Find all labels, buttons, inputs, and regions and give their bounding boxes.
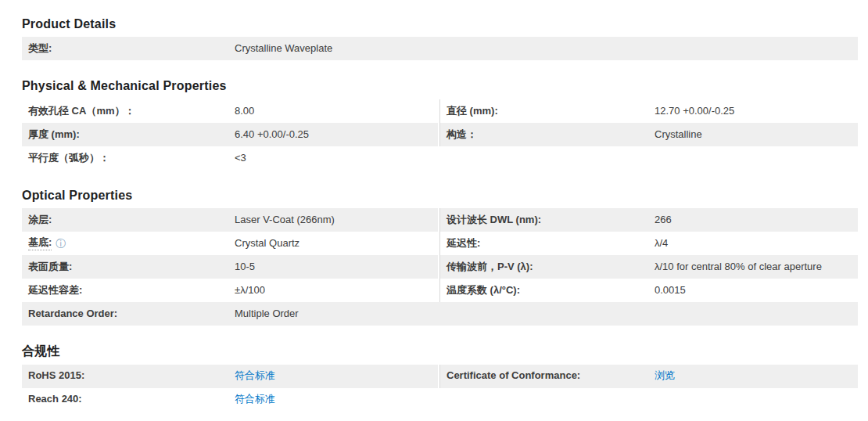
spec-value-empty [655,37,858,60]
spec-value-rohs: 符合标准 [235,365,439,388]
spec-label-empty [439,37,655,60]
spec-row: 平行度（弧秒）： <3 [22,146,858,170]
spec-value-empty [655,302,858,326]
spec-label-substrate: 基底: ⓘ [22,232,235,255]
spec-row: 有效孔径 CA（mm）： 8.00 直径 (mm): 12.70 +0.00/-… [22,99,858,123]
spec-label-retardance-tolerance: 延迟性容差: [22,279,235,302]
spec-value-parallelism: <3 [235,146,439,170]
spec-label-coating: 涂层: [22,208,235,232]
reach-compliant-link[interactable]: 符合标准 [235,393,275,405]
spec-row: Reach 240: 符合标准 [22,388,858,412]
spec-label-diameter: 直径 (mm): [439,99,655,123]
spec-label-empty [439,146,655,170]
spec-label-surface-quality: 表面质量: [22,255,235,279]
physical-mechanical-table: 有效孔径 CA（mm）： 8.00 直径 (mm): 12.70 +0.00/-… [22,99,858,170]
spec-label-retardance: 延迟性: [439,232,655,255]
spec-row: 厚度 (mm): 6.40 +0.00/-0.25 构造： Crystallin… [22,123,858,146]
spec-row: RoHS 2015: 符合标准 Certificate of Conforman… [22,365,858,388]
spec-label-temperature-coefficient: 温度系数 (λ/°C): [439,279,655,302]
spec-label-reach: Reach 240: [22,388,235,412]
spec-value-coating: Laser V-Coat (266nm) [235,208,439,232]
section-title-product-details: Product Details [22,17,858,31]
spec-row: 涂层: Laser V-Coat (266nm) 设计波长 DWL (nm): … [22,208,858,232]
spec-value-certificate-of-conformance: 浏览 [655,365,858,388]
spec-label-transmitted-wavefront: 传输波前，P-V (λ): [439,255,655,279]
spec-value-clear-aperture: 8.00 [235,99,439,123]
section-title-compliance: 合规性 [22,344,858,358]
spec-label-rohs: RoHS 2015: [22,365,235,388]
spec-value-transmitted-wavefront: λ/10 for central 80% of clear aperture [655,255,858,279]
spec-value-type: Crystalline Waveplate [235,37,439,60]
spec-value-thickness: 6.40 +0.00/-0.25 [235,123,439,146]
certificate-view-link[interactable]: 浏览 [655,369,675,382]
spec-label-construction: 构造： [439,123,655,146]
spec-value-empty [655,146,858,170]
spec-row: 基底: ⓘ Crystal Quartz 延迟性: λ/4 [22,232,858,255]
spec-value-retardance-tolerance: ±λ/100 [235,279,439,302]
product-spec-page: Product Details 类型: Crystalline Waveplat… [0,0,868,421]
spec-row: Retardance Order: Multiple Order [22,302,858,326]
spec-value-design-wavelength: 266 [655,208,858,232]
spec-label-certificate-of-conformance: Certificate of Conformance: [439,365,655,388]
spec-label-thickness: 厚度 (mm): [22,123,235,146]
spec-label-empty [439,388,655,412]
spec-label-clear-aperture: 有效孔径 CA（mm）： [22,99,235,123]
substrate-tooltip-label: 基底: [28,236,52,250]
spec-value-surface-quality: 10-5 [235,255,439,279]
section-title-physical-mechanical: Physical & Mechanical Properties [22,79,858,93]
spec-label-retardance-order: Retardance Order: [22,302,235,326]
spec-label-design-wavelength: 设计波长 DWL (nm): [439,208,655,232]
spec-label-parallelism: 平行度（弧秒）： [22,146,235,170]
spec-value-retardance: λ/4 [655,232,858,255]
section-title-optical: Optical Properties [22,189,858,203]
spec-label-type: 类型: [22,37,235,60]
optical-properties-table: 涂层: Laser V-Coat (266nm) 设计波长 DWL (nm): … [22,208,858,326]
spec-row: 类型: Crystalline Waveplate [22,37,858,60]
spec-row: 延迟性容差: ±λ/100 温度系数 (λ/°C): 0.0015 [22,279,858,302]
spec-value-construction: Crystalline [655,123,858,146]
spec-value-diameter: 12.70 +0.00/-0.25 [655,99,858,123]
compliance-table: RoHS 2015: 符合标准 Certificate of Conforman… [22,365,858,412]
spec-value-retardance-order: Multiple Order [235,302,439,326]
spec-content: Product Details 类型: Crystalline Waveplat… [22,0,858,412]
spec-label-empty [439,302,655,326]
spec-value-reach: 符合标准 [235,388,439,412]
info-icon[interactable]: ⓘ [56,239,66,249]
spec-value-substrate: Crystal Quartz [235,232,439,255]
spec-value-temperature-coefficient: 0.0015 [655,279,858,302]
spec-value-empty [655,388,858,412]
product-details-table: 类型: Crystalline Waveplate [22,37,858,60]
rohs-compliant-link[interactable]: 符合标准 [235,369,275,382]
spec-row: 表面质量: 10-5 传输波前，P-V (λ): λ/10 for centra… [22,255,858,279]
